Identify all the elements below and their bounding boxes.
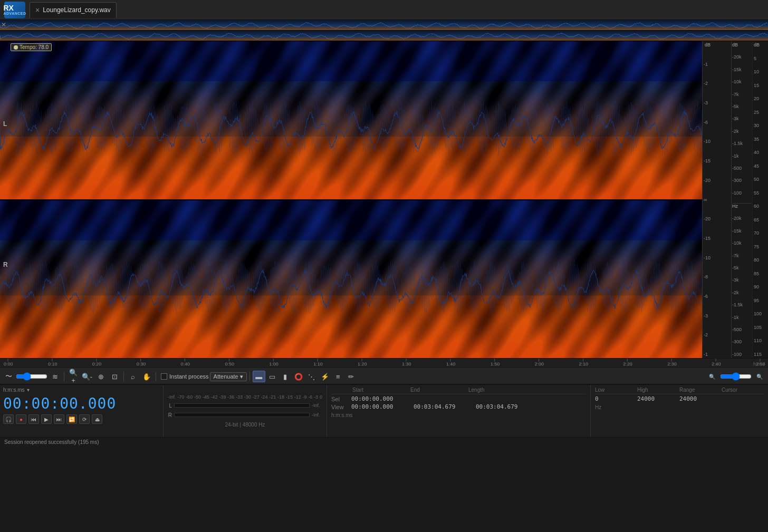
freq-header-range: Range <box>679 387 722 393</box>
repair-btn[interactable]: ⚡ <box>319 371 331 382</box>
instant-process-area: Instant process <box>161 373 209 380</box>
pencil-btn[interactable]: ✏ <box>345 371 358 382</box>
scale-42: -42 <box>211 394 218 400</box>
meter-bar-l-bg <box>174 403 310 408</box>
instant-process-checkbox[interactable] <box>161 373 167 380</box>
scale-36: -36 <box>227 394 234 400</box>
meter-bar-row-r: R -Inf. <box>168 411 322 419</box>
pos-sel-start: 00:00:00.000 <box>351 395 409 402</box>
scale-9: -9 <box>303 394 307 400</box>
freq-values: 0 24000 24000 <box>595 395 764 402</box>
toolbar-separator-2 <box>123 372 124 381</box>
magnify-btn[interactable]: ⌕ <box>127 371 139 382</box>
tab-close-icon[interactable]: × <box>35 6 40 14</box>
freq-high-val: 24000 <box>637 395 679 402</box>
logo-sub: ADVANCED <box>3 12 26 15</box>
session-status: Session reopened successfully (195 ms) <box>0 437 768 447</box>
squiggle-btn[interactable]: ≋ <box>49 371 61 382</box>
channel-view-l[interactable] <box>0 41 702 199</box>
attenuate-arrow: ▾ <box>240 373 243 380</box>
transport-controls: 🎧 ● ⏮ ▶ ⏭ 🔁 ⟳ ⏏ <box>3 414 160 424</box>
zoom-vertical-slider[interactable] <box>720 372 752 381</box>
scale-12: -12 <box>294 394 301 400</box>
freq-cursor-val <box>722 395 764 402</box>
meter-ch-r-label: R <box>168 412 172 418</box>
zoom-horizontal-slider[interactable] <box>16 372 47 381</box>
channel-view-r[interactable] <box>0 200 702 359</box>
pos-header-end: End <box>410 387 468 393</box>
loop-btn[interactable]: 🔁 <box>66 414 77 424</box>
play-btn[interactable]: ▶ <box>41 414 52 424</box>
scale-60: -60 <box>186 394 193 400</box>
freq-range-val: 24000 <box>679 395 722 402</box>
spectrogram-area[interactable]: Tempo: 78.0 L R <box>0 41 702 358</box>
level-meter-area: -Inf. -70 -60 -50 -45 -42 -39 -36 -33 -3… <box>164 385 327 437</box>
overview-waveform-r <box>0 31 768 41</box>
time-display: 00:00:00.000 <box>3 395 160 412</box>
brush-btn[interactable]: ≡ <box>332 371 344 382</box>
freq-unit: Hz <box>595 404 764 410</box>
transport-area: h:m:s.ms ▾ 00:00:00.000 🎧 ● ⏮ ▶ ⏭ 🔁 ⟳ ⏏ <box>0 385 164 437</box>
hand-tool-btn[interactable]: ✋ <box>140 371 153 382</box>
harmonic-select-btn[interactable]: ⋱ <box>305 371 318 382</box>
tempo-badge: Tempo: 78.0 <box>11 43 52 51</box>
pos-view-start: 00:00:00.000 <box>351 403 409 410</box>
zoom-in-btn[interactable]: 🔍+ <box>67 371 80 382</box>
prev-btn[interactable]: ⏮ <box>28 414 39 424</box>
scale-21: -21 <box>269 394 276 400</box>
status-message: Session reopened successfully (195 ms) <box>4 439 99 445</box>
scale-6: -6 <box>308 394 312 400</box>
bit-depth-info: 24-bit | 48000 Hz <box>168 422 322 428</box>
scale-neg-inf: -Inf. <box>168 394 176 400</box>
channel-label-l: L <box>3 120 7 128</box>
pos-view-length: 00:03:04.679 <box>476 403 534 410</box>
status-bar: h:m:s.ms ▾ 00:00:00.000 🎧 ● ⏮ ▶ ⏭ 🔁 ⟳ ⏏ … <box>0 384 768 437</box>
overview-track-l[interactable] <box>0 20 768 30</box>
time-format-row: h:m:s.ms ▾ <box>3 387 160 393</box>
timeline[interactable] <box>0 358 768 369</box>
overview-close-btn[interactable]: ✕ <box>1 21 6 28</box>
selection-tools: ▬ ▭ ▮ ⭕ ⋱ ⚡ ≡ ✏ <box>253 371 358 382</box>
scale-33: -33 <box>236 394 243 400</box>
instant-process-label: Instant process <box>169 373 209 380</box>
lasso-select-btn[interactable]: ⭕ <box>292 371 305 382</box>
attenuate-label: Attenuate <box>214 373 238 380</box>
meter-r-value: -Inf. <box>312 412 322 418</box>
topbar: RX ADVANCED × LoungeLizard_copy.wav <box>0 0 768 20</box>
position-time-unit: h:m:s.ms <box>331 412 586 418</box>
active-tab[interactable]: × LoungeLizard_copy.wav <box>30 2 117 18</box>
freq-header: Low High Range Cursor <box>595 387 764 394</box>
freq-select-btn[interactable]: ▭ <box>266 371 279 382</box>
meter-scale-labels: -Inf. -70 -60 -50 -45 -42 -39 -36 -33 -3… <box>168 394 322 400</box>
pos-view-end: 00:03:04.679 <box>414 403 472 410</box>
headphones-btn[interactable]: 🎧 <box>3 414 14 424</box>
toolbar-separator-4 <box>249 372 250 381</box>
rect-select-btn[interactable]: ▬ <box>253 371 265 382</box>
freq-header-low: Low <box>595 387 637 393</box>
zoom-slider-area: 🔍 🔍 <box>706 371 766 382</box>
pos-header-length: Length <box>468 387 526 393</box>
rx-logo: RX ADVANCED <box>4 2 25 18</box>
time-format-arrow[interactable]: ▾ <box>27 387 30 393</box>
waveform-mode-btn[interactable]: 〜 <box>2 371 15 382</box>
zoom-fit-btn[interactable]: ⊡ <box>108 371 121 382</box>
zoom-in-v-btn[interactable]: 🔍 <box>706 371 718 382</box>
meter-bar-r-bg <box>174 413 310 417</box>
zoom-out-v-btn[interactable]: 🔍 <box>753 371 766 382</box>
record-btn[interactable]: ● <box>16 414 26 424</box>
zoom-out-btn[interactable]: 🔍- <box>81 371 93 382</box>
time-select-btn[interactable]: ▮ <box>279 371 292 382</box>
scale-24: -24 <box>261 394 267 400</box>
scale-27: -27 <box>253 394 260 400</box>
zoom-selection-btn[interactable]: ⊕ <box>94 371 107 382</box>
bounce-btn[interactable]: ⟳ <box>79 414 90 424</box>
eject-btn[interactable]: ⏏ <box>92 414 102 424</box>
attenuate-button[interactable]: Attenuate ▾ <box>210 372 247 381</box>
next-btn[interactable]: ⏭ <box>54 414 64 424</box>
tab-filename: LoungeLizard_copy.wav <box>43 6 111 14</box>
overview-track-r[interactable] <box>0 31 768 41</box>
toolbar-separator-1 <box>64 372 64 381</box>
spectrogram-canvas-l <box>0 41 702 199</box>
scale-45: -45 <box>203 394 209 400</box>
pos-sel-label: Sel <box>331 396 347 402</box>
